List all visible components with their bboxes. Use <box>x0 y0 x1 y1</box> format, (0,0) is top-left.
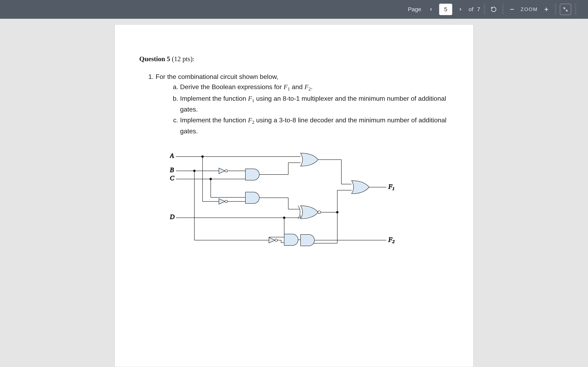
zoom-controls: ZOOM <box>507 4 551 14</box>
input-d-label: D <box>170 213 174 220</box>
collapse-icon <box>563 7 568 12</box>
subparts-list: Derive the Boolean expressions for F1 an… <box>156 82 447 136</box>
zoom-label: ZOOM <box>521 7 538 12</box>
minus-icon <box>509 7 515 12</box>
page-total: 7 <box>477 6 480 13</box>
part-b: Implement the function F1 using an 8-to-… <box>180 94 447 115</box>
toolbar-divider <box>484 4 485 15</box>
question-number: Question 5 <box>139 55 170 63</box>
page-nav: Page of 7 <box>408 4 480 15</box>
page-label: Page <box>408 6 421 13</box>
output-f2-label: F2 <box>388 236 395 244</box>
question-list: For the combinational circuit shown belo… <box>139 72 447 136</box>
input-c-label: C <box>170 174 174 182</box>
zoom-out-button[interactable] <box>507 4 517 14</box>
question-intro: For the combinational circuit shown belo… <box>156 73 278 80</box>
document-page: Question 5 (12 pts): For the combination… <box>114 25 474 367</box>
rotate-icon <box>491 6 497 12</box>
toolbar-divider <box>555 4 556 15</box>
prev-page-button[interactable] <box>426 5 435 14</box>
toolbar-divider <box>502 4 503 15</box>
input-b-label: B <box>170 166 174 174</box>
chevron-left-icon <box>429 7 433 12</box>
page-canvas: Question 5 (12 pts): For the combination… <box>0 19 588 367</box>
rotate-button[interactable] <box>489 4 499 14</box>
page-number-input[interactable] <box>439 4 452 15</box>
question-points: (12 pts): <box>172 55 195 63</box>
output-f1-label: F1 <box>388 183 395 191</box>
next-page-button[interactable] <box>456 5 465 14</box>
question-item: For the combinational circuit shown belo… <box>156 72 447 136</box>
zoom-in-button[interactable] <box>541 4 551 14</box>
page-total-prefix: of <box>468 6 473 13</box>
question-header: Question 5 (12 pts): <box>139 55 447 63</box>
viewer-toolbar: Page of 7 ZOOM <box>0 0 588 19</box>
input-a-label: A <box>170 152 174 159</box>
collapse-button[interactable] <box>560 4 571 15</box>
part-c: Implement the function F2 using a 3-to-8… <box>180 115 447 136</box>
chevron-right-icon <box>458 7 463 12</box>
plus-icon <box>544 7 549 12</box>
circuit-diagram: A B C D <box>170 150 447 261</box>
part-a: Derive the Boolean expressions for F1 an… <box>180 82 447 93</box>
toolbar-divider <box>575 4 576 15</box>
